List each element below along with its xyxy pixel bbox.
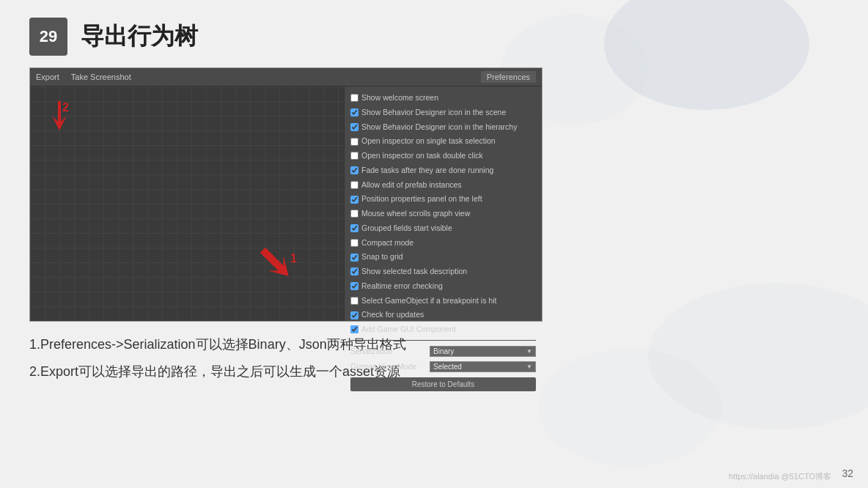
serialization-select[interactable]: Binary ▼ [430, 346, 536, 357]
editor-menubar: Export Take Screenshot Preferences [30, 68, 542, 86]
cb-allow-edit[interactable] [350, 181, 358, 189]
annotation-2: 2 [45, 101, 74, 133]
cb-check-updates[interactable] [350, 311, 358, 319]
pref-add-game-gui: Add Game GUI Component [345, 322, 542, 337]
pref-allow-edit: Allow edit of prefab instances [345, 178, 542, 193]
gizmos-arrow-icon: ▼ [526, 363, 532, 370]
cb-show-welcome[interactable] [350, 94, 358, 102]
pref-serialization-label: Serialization [350, 347, 424, 355]
cb-open-inspector-double[interactable] [350, 152, 358, 160]
pref-snap-to-grid: Snap to grid [345, 250, 542, 265]
pref-show-icon-scene: Show Behavior Designer icon in the scene [345, 106, 542, 120]
pref-label-icon-scene: Show Behavior Designer icon in the scene [361, 107, 506, 119]
pref-check-updates: Check for updates [345, 308, 542, 322]
bg-decoration-4 [538, 349, 721, 466]
preferences-button[interactable]: Preferences [481, 71, 536, 83]
cb-open-inspector-single[interactable] [350, 138, 358, 146]
pref-show-icon-hierarchy: Show Behavior Designer icon in the hiera… [345, 120, 542, 135]
slide-number: 29 [29, 18, 67, 56]
pref-show-welcome: Show welcome screen [345, 91, 542, 106]
menu-screenshot[interactable]: Take Screenshot [71, 73, 131, 81]
cb-realtime-error[interactable] [350, 282, 358, 290]
pref-label-open-inspector-single: Open inspector on single task selection [361, 136, 496, 147]
pref-realtime-error: Realtime error checking [345, 279, 542, 294]
pref-label-fade-tasks: Fade tasks after they are done running [361, 165, 493, 177]
pref-grouped-fields: Grouped fields start visible [345, 221, 542, 236]
pref-show-task-desc: Show selected task description [345, 265, 542, 279]
pref-label-select-gameobject: Select GameObject if a breakpoint is hit [361, 295, 496, 307]
pref-compact-mode: Compact mode [345, 236, 542, 251]
menu-export[interactable]: Export [36, 73, 59, 81]
serialization-arrow-icon: ▼ [526, 348, 532, 355]
pref-label-allow-edit: Allow edit of prefab instances [361, 180, 462, 191]
cb-snap-to-grid[interactable] [350, 254, 358, 262]
annotation-1-label: 1 [290, 252, 297, 265]
pref-serialization-row: Serialization Binary ▼ [345, 344, 542, 359]
page-number: 32 [842, 467, 853, 479]
pref-open-inspector-single: Open inspector on single task selection [345, 134, 542, 149]
svg-marker-1 [257, 245, 294, 281]
pref-label-realtime-error: Realtime error checking [361, 281, 443, 292]
pref-select-gameobject: Select GameObject if a breakpoint is hit [345, 294, 542, 308]
cb-compact-mode[interactable] [350, 239, 358, 247]
pref-label-compact-mode: Compact mode [361, 237, 413, 249]
preferences-panel: Show welcome screen Show Behavior Design… [344, 86, 542, 321]
cb-mouse-wheel[interactable] [350, 210, 358, 218]
annotation-1: 1 [257, 245, 294, 284]
pref-label-open-inspector-double: Open inspector on task double click [361, 150, 483, 162]
cb-fade-tasks[interactable] [350, 166, 358, 174]
pref-fade-tasks: Fade tasks after they are done running [345, 163, 542, 178]
cb-grouped-fields[interactable] [350, 224, 358, 232]
gizmos-value: Selected [433, 363, 462, 371]
annotation-2-label: 2 [62, 101, 69, 114]
pref-gizmos-label: Gizmos View Mode [350, 362, 424, 371]
cb-show-icon-scene[interactable] [350, 108, 358, 117]
pref-label-snap-to-grid: Snap to grid [361, 251, 403, 263]
pref-label-mouse-wheel: Mouse wheel scrolls graph view [361, 208, 470, 220]
pref-label-grouped-fields: Grouped fields start visible [361, 223, 452, 234]
pref-mouse-wheel: Mouse wheel scrolls graph view [345, 207, 542, 221]
pref-divider [350, 340, 536, 341]
cb-show-task-desc[interactable] [350, 267, 358, 276]
slide-title: 导出行为树 [81, 21, 198, 53]
cb-select-gameobject[interactable] [350, 297, 358, 305]
cb-position-properties[interactable] [350, 196, 358, 204]
gizmos-select[interactable]: Selected ▼ [430, 361, 536, 372]
menubar-left: Export Take Screenshot [36, 73, 131, 81]
editor-panel: Export Take Screenshot Preferences 2 [29, 67, 542, 322]
pref-label-icon-hierarchy: Show Behavior Designer icon in the hiera… [361, 122, 517, 133]
restore-defaults-button[interactable]: Restore to Defaults [350, 377, 536, 391]
pref-position-properties: Position properties panel on the left [345, 192, 542, 207]
serialization-value: Binary [433, 347, 454, 355]
pref-label-show-welcome: Show welcome screen [361, 92, 438, 104]
watermark: https://alandia @51CTO博客 [729, 471, 831, 482]
pref-label-position-properties: Position properties panel on the left [361, 193, 482, 205]
pref-label-show-task-desc: Show selected task description [361, 266, 467, 278]
pref-label-add-game-gui: Add Game GUI Component [361, 324, 456, 336]
pref-label-check-updates: Check for updates [361, 309, 424, 321]
canvas-left: 2 [30, 86, 344, 321]
cb-show-icon-hierarchy[interactable] [350, 123, 358, 131]
cb-add-game-gui[interactable] [350, 325, 358, 333]
pref-gizmos-row: Gizmos View Mode Selected ▼ [345, 359, 542, 374]
pref-open-inspector-double: Open inspector on task double click [345, 149, 542, 163]
editor-canvas: 2 Show welcome screen Show Behavior Desi… [30, 86, 542, 321]
